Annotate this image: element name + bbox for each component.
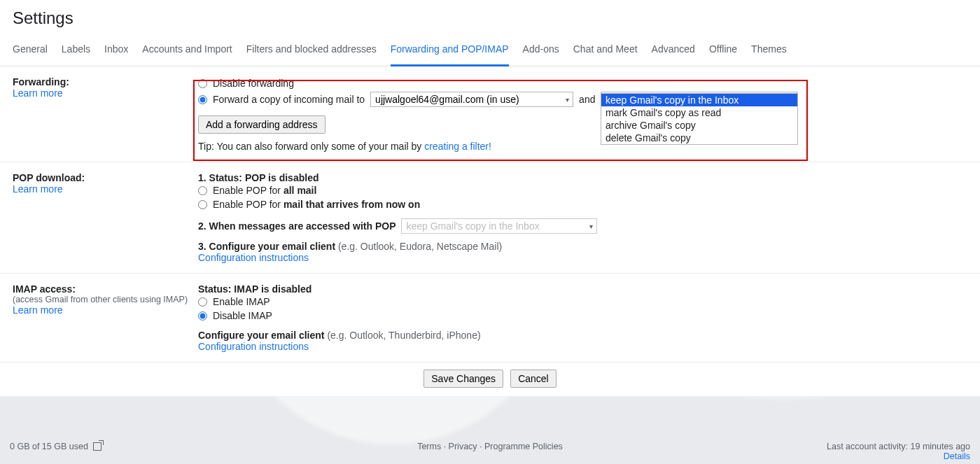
imap-status-value: IMAP is disabled [234, 283, 312, 295]
and-text: and [579, 94, 595, 105]
dropdown-option-archive[interactable]: archive Gmail's copy [601, 119, 797, 132]
imap-configure-prefix: Configure your email client [198, 330, 327, 341]
create-filter-link[interactable]: creating a filter! [424, 141, 491, 152]
enable-imap-label: Enable IMAP [213, 296, 270, 307]
dropdown-option-mark-read[interactable]: mark Gmail's copy as read [601, 106, 797, 119]
pop-status-prefix: 1. Status: [198, 172, 245, 183]
imap-configure-eg: (e.g. Outlook, Thunderbird, iPhone) [327, 330, 480, 341]
tab-themes[interactable]: Themes [751, 35, 787, 66]
pop-enable-now-bold: mail that arrives from now on [284, 199, 420, 210]
forwarding-tip-text: Tip: You can also forward only some of y… [198, 141, 424, 152]
imap-learn-more-link[interactable]: Learn more [13, 304, 63, 316]
activity-details-link[interactable]: Details [944, 451, 970, 461]
forwarding-label: Forwarding: [13, 76, 198, 87]
footer: 0 GB of 15 GB used Terms · Privacy · Pro… [0, 437, 980, 464]
tab-chat-meet[interactable]: Chat and Meet [573, 35, 638, 66]
storage-usage: 0 GB of 15 GB used [10, 442, 88, 451]
settings-tabs: General Labels Inbox Accounts and Import… [0, 35, 980, 66]
section-pop: POP download: Learn more 1. Status: POP … [0, 162, 980, 274]
radio-disable-forwarding[interactable] [198, 79, 207, 88]
imap-configuration-link[interactable]: Configuration instructions [198, 341, 309, 352]
pop-enable-all-prefix: Enable POP for [213, 185, 284, 196]
pop-configuration-link[interactable]: Configuration instructions [198, 252, 309, 263]
tab-accounts-import[interactable]: Accounts and Import [142, 35, 232, 66]
tab-addons[interactable]: Add-ons [523, 35, 559, 66]
section-imap: IMAP access: (access Gmail from other cl… [0, 274, 980, 363]
imap-status-prefix: Status: [198, 283, 234, 295]
forward-action-dropdown: keep Gmail's copy in the Inbox mark Gmai… [601, 93, 798, 145]
radio-pop-from-now[interactable] [198, 200, 207, 209]
forward-copy-label: Forward a copy of incoming mail to [213, 94, 365, 105]
pop-accessed-label: 2. When messages are accessed with POP [198, 220, 396, 232]
imap-sublabel: (access Gmail from other clients using I… [13, 295, 198, 304]
radio-forward-copy[interactable] [198, 95, 207, 104]
disable-imap-label: Disable IMAP [213, 310, 272, 321]
dropdown-option-delete[interactable]: delete Gmail's copy [601, 132, 797, 144]
dropdown-option-keep-inbox[interactable]: keep Gmail's copy in the Inbox [601, 94, 797, 106]
pop-action-select: keep Gmail's copy in the Inbox [401, 218, 597, 234]
pop-configure-eg: (e.g. Outlook, Eudora, Netscape Mail) [338, 241, 502, 252]
forwarding-learn-more-link[interactable]: Learn more [13, 87, 63, 99]
tab-filters[interactable]: Filters and blocked addresses [246, 35, 377, 66]
section-forwarding: Forwarding: Learn more Disable forwardin… [0, 66, 980, 162]
tab-advanced[interactable]: Advanced [652, 35, 695, 66]
radio-pop-all-mail[interactable] [198, 186, 207, 195]
tab-inbox[interactable]: Inbox [104, 35, 128, 66]
tab-labels[interactable]: Labels [62, 35, 90, 66]
pop-enable-now-prefix: Enable POP for [213, 199, 284, 210]
page-title: Settings [0, 0, 980, 35]
footer-links[interactable]: Terms · Privacy · Programme Policies [417, 442, 563, 451]
pop-enable-all-bold: all mail [284, 185, 316, 196]
disable-forwarding-label: Disable forwarding [213, 78, 294, 89]
cancel-button[interactable]: Cancel [510, 370, 556, 388]
pop-configure-prefix: 3. Configure your email client [198, 241, 338, 252]
radio-disable-imap[interactable] [198, 311, 207, 321]
add-forwarding-address-button[interactable]: Add a forwarding address [198, 115, 326, 134]
save-changes-button[interactable]: Save Changes [424, 370, 503, 388]
tab-general[interactable]: General [13, 35, 48, 66]
pop-learn-more-link[interactable]: Learn more [13, 183, 63, 195]
pop-status-value: POP is disabled [245, 172, 319, 183]
tab-forwarding-pop-imap[interactable]: Forwarding and POP/IMAP [391, 35, 509, 66]
last-activity: Last account activity: 19 minutes ago [827, 442, 970, 451]
radio-enable-imap[interactable] [198, 297, 207, 307]
pop-label: POP download: [13, 172, 198, 183]
forward-address-select[interactable]: ujjwalgoel64@gmail.com (in use) [370, 92, 573, 107]
tab-offline[interactable]: Offline [709, 35, 737, 66]
external-link-icon[interactable] [93, 442, 102, 451]
imap-label: IMAP access: [13, 283, 198, 295]
